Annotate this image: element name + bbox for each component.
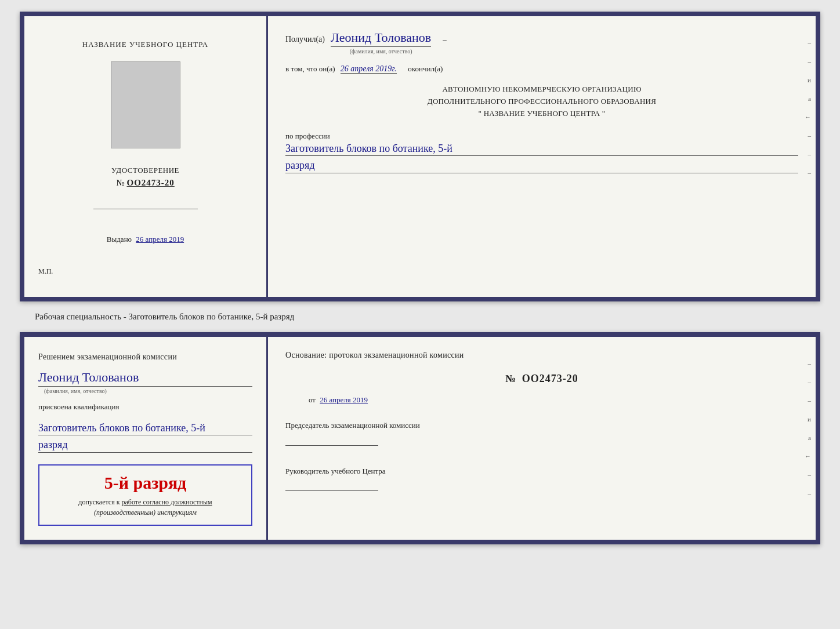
cert2-stamp-box: 5-й разряд допускается к работе согласно…: [38, 464, 252, 526]
cert2-recipient-block: Леонид Толованов (фамилия, имя, отчество…: [38, 370, 252, 394]
cert1-org-name: АВТОНОМНУЮ НЕКОММЕРЧЕСКУЮ ОРГАНИЗАЦИЮ ДО…: [285, 83, 798, 119]
certificate-1: НАЗВАНИЕ УЧЕБНОГО ЦЕНТРА УДОСТОВЕРЕНИЕ №…: [20, 12, 820, 301]
cert1-received-prefix: Получил(а): [285, 35, 325, 44]
stamp-footer-2: работе согласно должностным: [122, 498, 212, 506]
cert2-number-value: OO2473-20: [522, 373, 578, 384]
cert1-number: OO2473-20: [126, 178, 174, 187]
cert1-number-block: УДОСТОВЕРЕНИЕ № OO2473-20: [111, 166, 179, 188]
cert2-recipient-name: Леонид Толованов: [38, 370, 252, 387]
cert2-profession-value: Заготовитель блоков по ботанике, 5-й: [38, 421, 252, 435]
cert1-left-panel: НАЗВАНИЕ УЧЕБНОГО ЦЕНТРА УДОСТОВЕРЕНИЕ №…: [24, 16, 268, 297]
cert1-doc-type: УДОСТОВЕРЕНИЕ: [111, 166, 179, 175]
cert1-confirm-row: в том, что он(а) 26 апреля 2019г. окончи…: [285, 63, 798, 75]
cert1-rank-value: разряд: [285, 159, 798, 173]
cert2-rank-value: разряд: [38, 439, 252, 453]
cert1-profession-label: по профессии: [285, 132, 330, 140]
separator-text: Рабочая специальность - Заготовитель бло…: [12, 312, 294, 322]
cert2-director-block: Руководитель учебного Центра: [285, 466, 798, 492]
cert2-name-subtitle: (фамилия, имя, отчество): [44, 388, 252, 394]
cert1-recipient-name: Леонид Толованов: [331, 30, 431, 47]
cert2-director-signature: [285, 490, 378, 491]
cert2-profession-block: Заготовитель блоков по ботанике, 5-й раз…: [38, 420, 252, 453]
cert1-mp-label: М.П.: [38, 267, 53, 276]
cert2-number-block: № OO2473-20: [285, 373, 798, 385]
cert1-issued-label: Выдано: [107, 235, 132, 243]
cert2-date-row: от 26 апреля 2019: [285, 395, 798, 405]
cert2-chairman-title: Председатель экзаменационной комиссии: [285, 420, 798, 431]
cert2-stamp-rank: 5-й разряд: [104, 472, 187, 493]
cert1-confirm-suffix: окончил(а): [408, 64, 443, 73]
photo-placeholder: [111, 61, 180, 148]
cert1-profession-block: по профессии Заготовитель блоков по бота…: [285, 130, 798, 173]
certificate-2: Решением экзаменационной комиссии Леонид…: [20, 332, 820, 544]
cert1-number-prefix: №: [116, 178, 124, 187]
side-marks-2: – – – и а ← – –: [805, 360, 811, 497]
side-marks: – – и а ← – – –: [805, 39, 811, 176]
cert2-date-prefix: от: [309, 395, 316, 404]
cert2-left-panel: Решением экзаменационной комиссии Леонид…: [24, 337, 268, 540]
cert2-basis-label: Основание: протокол экзаменационной коми…: [285, 351, 798, 360]
cert2-right-panel: Основание: протокол экзаменационной коми…: [268, 337, 816, 540]
cert1-recipient-row: Получил(а) Леонид Толованов (фамилия, им…: [285, 30, 798, 54]
cert1-right-panel: Получил(а) Леонид Толованов (фамилия, им…: [268, 16, 816, 297]
cert1-name-subtitle: (фамилия, имя, отчество): [331, 48, 431, 54]
cert1-institution-label: НАЗВАНИЕ УЧЕБНОГО ЦЕНТРА: [82, 39, 208, 50]
cert2-director-title: Руководитель учебного Центра: [285, 466, 798, 477]
stamp-footer-3: (производственным) инструкциям: [94, 508, 197, 517]
cert1-issued-row: Выдано 26 апреля 2019: [107, 235, 184, 244]
cert2-chairman-signature: [285, 445, 378, 446]
cert2-number-prefix: №: [505, 373, 516, 384]
cert2-stamp-footer: допускается к работе согласно должностны…: [78, 497, 212, 518]
cert1-profession-value: Заготовитель блоков по ботанике, 5-й: [285, 142, 798, 156]
stamp-footer-1: допускается к: [78, 498, 121, 506]
cert1-confirm-prefix: в том, что он(а): [285, 64, 335, 73]
cert2-decision-text: Решением экзаменационной комиссии: [38, 351, 252, 363]
cert1-confirm-date: 26 апреля 2019г.: [341, 64, 397, 74]
cert2-chairman-block: Председатель экзаменационной комиссии: [285, 420, 798, 446]
cert2-date-value: 26 апреля 2019: [320, 395, 368, 404]
cert2-qualification-label: присвоена квалификация: [38, 401, 252, 413]
cert1-issued-date: 26 апреля 2019: [136, 235, 184, 243]
